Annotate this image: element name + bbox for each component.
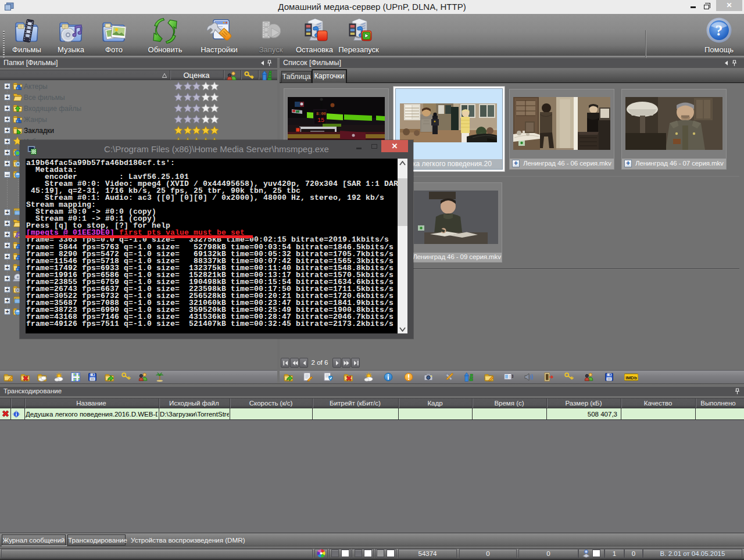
svg-text:8:00: 8:00 — [316, 112, 326, 116]
svg-text:1: 1 — [512, 374, 513, 379]
svg-text:IMDb: IMDb — [625, 375, 637, 380]
svg-text:15: 15 — [317, 117, 324, 124]
svg-text:?: ? — [716, 23, 723, 38]
